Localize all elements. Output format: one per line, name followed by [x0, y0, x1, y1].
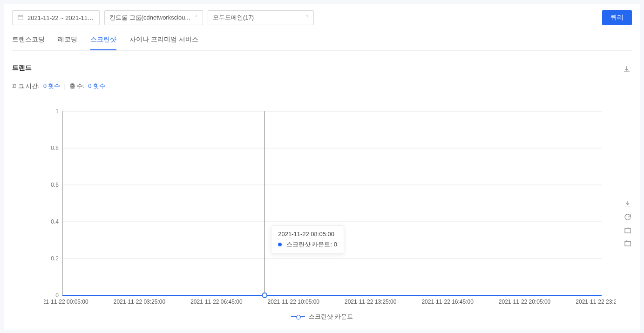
peak-time-value: 0 횟수 [43, 82, 60, 90]
svg-text:2021-11-22 10:05:00: 2021-11-22 10:05:00 [268, 299, 320, 305]
svg-rect-24 [625, 228, 630, 233]
chart-area: 00.20.40.60.812021-11-22 00:05:002021-11… [12, 107, 632, 326]
line-chart[interactable]: 00.20.40.60.812021-11-22 00:05:002021-11… [44, 107, 616, 307]
control-group-select[interactable]: 컨트롤 그룹(cdnetworksclou... ˄ [104, 10, 203, 25]
date-range-text: 2021-11-22 ~ 2021-11-22 [27, 14, 95, 21]
query-button[interactable]: 쿼리 [602, 10, 632, 25]
analytics-card: 2021-11-22 ~ 2021-11-22 컨트롤 그룹(cdnetwork… [4, 4, 640, 330]
legend-label: 스크린샷 카운트 [309, 313, 353, 321]
svg-text:0.6: 0.6 [51, 182, 59, 188]
svg-text:0.2: 0.2 [51, 255, 59, 262]
restore-icon[interactable] [624, 239, 632, 247]
tab-recording[interactable]: 레코딩 [58, 35, 77, 50]
stats-separator: | [64, 83, 65, 90]
tab-china-premium[interactable]: 차이나 프리미엄 서비스 [129, 35, 198, 50]
svg-text:2021-11-22 23:25:00: 2021-11-22 23:25:00 [576, 299, 616, 305]
chart-toolbox [624, 200, 632, 247]
svg-text:2021-11-22 00:05:00: 2021-11-22 00:05:00 [44, 299, 88, 305]
download-icon[interactable] [623, 65, 632, 75]
chevron-up-icon: ˄ [195, 15, 198, 21]
peak-time-label: 피크 시간: [12, 82, 40, 90]
svg-text:2021-11-22 03:25:00: 2021-11-22 03:25:00 [114, 299, 166, 305]
svg-text:2021-11-22 20:05:00: 2021-11-22 20:05:00 [499, 299, 551, 305]
svg-text:2021-11-22 16:45:00: 2021-11-22 16:45:00 [421, 299, 474, 305]
svg-text:2021-11-22 06:45:00: 2021-11-22 06:45:00 [190, 299, 243, 305]
svg-text:0: 0 [55, 292, 59, 299]
svg-text:0.4: 0.4 [51, 218, 59, 225]
stats-row: 피크 시간: 0 횟수 | 총 수: 0 횟수 [12, 82, 632, 90]
filter-bar: 2021-11-22 ~ 2021-11-22 컨트롤 그룹(cdnetwork… [12, 10, 632, 25]
total-value: 0 횟수 [88, 82, 105, 90]
chart-legend[interactable]: 스크린샷 카운트 [12, 313, 632, 321]
refresh-icon[interactable] [624, 213, 632, 221]
total-label: 총 수: [69, 82, 85, 90]
svg-rect-25 [625, 241, 630, 246]
tab-screenshot[interactable]: 스크린샷 [90, 35, 116, 50]
date-range-picker[interactable]: 2021-11-22 ~ 2021-11-22 [12, 10, 100, 25]
save-image-icon[interactable] [624, 200, 632, 208]
zoom-icon[interactable] [624, 226, 632, 234]
tabs-bar: 트랜스코딩 레코딩 스크린샷 차이나 프리미엄 서비스 [12, 35, 632, 51]
chevron-down-icon: ˅ [306, 15, 309, 21]
section-title: 트렌드 [12, 64, 632, 72]
svg-point-23 [262, 293, 267, 298]
svg-text:0.8: 0.8 [51, 145, 59, 151]
domain-select[interactable]: 모두도메인(17) ˅ [208, 10, 314, 25]
domain-text: 모두도메인(17) [213, 14, 254, 22]
svg-text:2021-11-22 13:25:00: 2021-11-22 13:25:00 [345, 299, 397, 305]
calendar-icon [17, 14, 24, 22]
tab-transcoding[interactable]: 트랜스코딩 [12, 35, 45, 50]
svg-text:1: 1 [55, 108, 59, 115]
svg-rect-0 [18, 15, 23, 19]
legend-symbol [291, 314, 305, 319]
control-group-text: 컨트롤 그룹(cdnetworksclou... [109, 14, 190, 22]
